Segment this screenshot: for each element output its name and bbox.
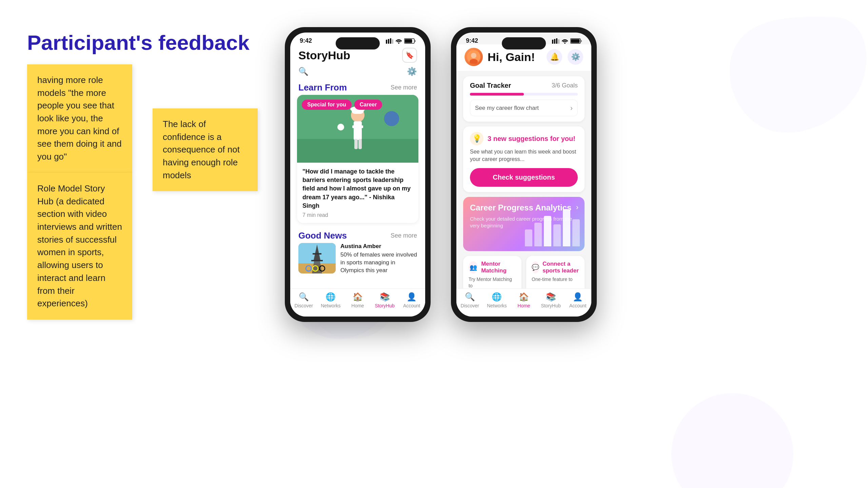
settings-button[interactable]: ⚙️ [568, 49, 583, 65]
nav-account-label-1: Account [403, 303, 420, 308]
nav-storyhub-label-2: StoryHub [541, 303, 560, 308]
goal-count: 3/6 Goals [552, 82, 578, 89]
connect-card[interactable]: 💬 Connect a sports leader One-time featu… [526, 256, 585, 294]
svg-rect-27 [311, 260, 323, 261]
nav-discover-1[interactable]: 🔍 Discover [294, 292, 314, 308]
discover-icon-2: 🔍 [465, 292, 475, 302]
check-suggestions-button[interactable]: Check suggestions [470, 168, 578, 187]
user-avatar [465, 48, 483, 66]
svg-point-40 [471, 53, 476, 58]
news-author: Austina Amber [340, 243, 417, 250]
good-news-content: Austina Amber 50% of females were involv… [290, 243, 425, 274]
news-title: 50% of females were involved in sports m… [340, 251, 417, 274]
svg-rect-8 [415, 40, 416, 42]
mentor-icon: 👥 [469, 261, 478, 273]
phones-container: 9:42 StoryHub 🔖 🔍 ⚙️ [285, 27, 597, 322]
networks-icon: 🌐 [326, 292, 336, 302]
search-area: 🔍 ⚙️ [290, 65, 425, 80]
bulb-icon: 💡 [470, 132, 484, 145]
home-icon-2: 🏠 [519, 292, 529, 302]
nav-networks-1[interactable]: 🌐 Networks [320, 292, 341, 308]
svg-rect-4 [392, 39, 393, 44]
svg-point-21 [337, 124, 344, 130]
learn-from-title: Learn From [298, 82, 347, 93]
goal-header: Goal Tracker 3/6 Goals [470, 82, 578, 89]
nav-home-label-2: Home [517, 303, 530, 308]
mentor-card[interactable]: 👥 Mentor Matching Try Mentor Matching to [463, 256, 521, 294]
story-image: Special for you Career [297, 95, 418, 163]
news-image [298, 243, 336, 273]
svg-point-35 [564, 42, 566, 44]
learn-from-header: Learn From See more [290, 80, 425, 95]
nav-networks-2[interactable]: 🌐 Networks [487, 292, 507, 308]
tag-special: Special for you [302, 100, 352, 110]
svg-point-0 [671, 393, 793, 488]
career-flow-link[interactable]: See my career flow chart › [470, 100, 578, 116]
nav-home-1[interactable]: 🏠 Home [348, 292, 368, 308]
good-news-header: Good News See more [290, 228, 425, 243]
svg-rect-31 [552, 40, 553, 44]
discover-icon: 🔍 [299, 292, 309, 302]
dynamic-island-2 [502, 37, 546, 49]
good-news-title: Good News [298, 230, 347, 241]
bar-5 [563, 209, 570, 246]
nav-storyhub[interactable]: 📚 StoryHub [375, 292, 395, 308]
story-tags: Special for you Career [302, 100, 382, 110]
nav-networks-label-1: Networks [321, 303, 340, 308]
bar-4 [553, 224, 561, 246]
chevron-right-icon: › [570, 104, 573, 112]
svg-point-5 [398, 42, 399, 44]
nav-discover-2[interactable]: 🔍 Discover [460, 292, 480, 308]
svg-rect-26 [313, 253, 321, 255]
notification-button[interactable]: 🔔 [547, 49, 562, 65]
nav-account-1[interactable]: 👤 Account [401, 292, 422, 308]
news-card[interactable]: Austina Amber 50% of females were involv… [298, 243, 417, 274]
phone-home: 9:42 [451, 27, 597, 322]
analytics-card[interactable]: › Career Progress Analytics Check your d… [463, 197, 585, 251]
tag-career: Career [354, 100, 382, 110]
svg-rect-13 [352, 125, 358, 128]
sticky-note-1-text: having more role models "the more people… [37, 75, 122, 162]
bar-chart [525, 209, 580, 246]
svg-rect-34 [558, 39, 559, 44]
goal-tracker-card: Goal Tracker 3/6 Goals See my career flo… [463, 76, 585, 122]
bar-3 [544, 216, 551, 246]
svg-rect-38 [581, 40, 582, 42]
nav-home-2[interactable]: 🏠 Home [514, 292, 534, 308]
phone-storyhub: 9:42 StoryHub 🔖 🔍 ⚙️ [285, 27, 431, 322]
see-more-2[interactable]: See more [391, 232, 417, 239]
svg-rect-37 [571, 39, 580, 43]
storyhub-app-name: StoryHub [298, 49, 350, 62]
suggestions-title: 3 new suggestions for you! [488, 135, 575, 143]
goal-tracker-title: Goal Tracker [470, 82, 511, 89]
story-card[interactable]: Special for you Career "How did I manage… [297, 95, 418, 223]
connect-icon: 💬 [532, 261, 539, 273]
bottom-nav-2: 🔍 Discover 🌐 Networks 🏠 Home 📚 StoryHub [456, 288, 591, 317]
bar-1 [525, 229, 532, 246]
sticky-note-3-text: Role Model Story Hub (a dedicated sectio… [37, 183, 122, 308]
sticky-note-3: Role Model Story Hub (a dedicated sectio… [27, 173, 132, 320]
progress-fill [470, 93, 524, 96]
nav-storyhub-2[interactable]: 📚 StoryHub [541, 292, 561, 308]
story-quote: "How did I manage to tackle the barriers… [302, 167, 413, 210]
filter-icon[interactable]: ⚙️ [407, 67, 417, 76]
nav-account-label-2: Account [569, 303, 587, 308]
svg-rect-1 [386, 40, 387, 44]
connect-sub: One-time feature to [532, 276, 579, 283]
news-content-text: Austina Amber 50% of females were involv… [340, 243, 417, 274]
suggestions-card: 💡 3 new suggestions for you! See what yo… [463, 126, 585, 192]
connect-card-header: 💬 Connect a sports leader [532, 261, 579, 274]
page-title: Participant's feedback [27, 30, 250, 55]
mentor-sub: Try Mentor Matching to [469, 276, 516, 289]
bookmark-button[interactable]: 🔖 [402, 48, 417, 63]
svg-rect-2 [388, 39, 389, 44]
bar-6 [572, 219, 580, 246]
see-more-1[interactable]: See more [391, 84, 417, 91]
sticky-note-1: having more role models "the more people… [27, 64, 132, 173]
svg-rect-15 [354, 139, 358, 149]
greeting-text: Hi, Gain! [488, 50, 535, 64]
storyhub-icon-2: 📚 [546, 292, 556, 302]
search-icon[interactable]: 🔍 [298, 67, 309, 76]
career-flow-text: See my career flow chart [475, 105, 539, 111]
nav-account-2[interactable]: 👤 Account [568, 292, 588, 308]
